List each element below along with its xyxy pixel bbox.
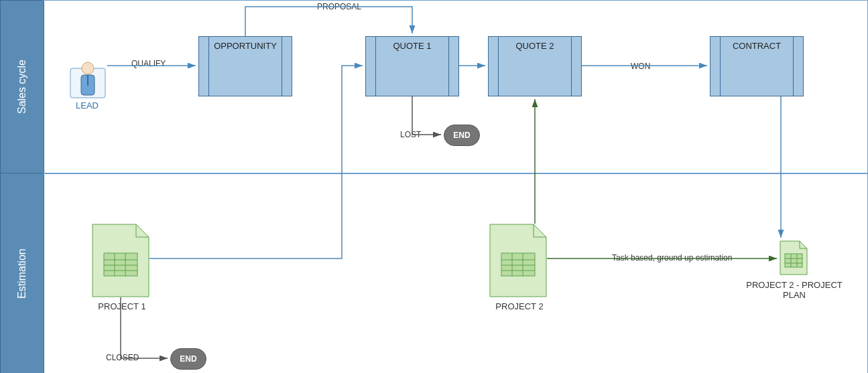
end-lost: END [444,125,480,146]
opportunity-box: OPPORTUNITY [198,36,292,96]
edge-taskbased: Task based, ground up estimation [610,253,734,263]
project2-label: PROJECT 2 [483,301,556,311]
project1-label: PROJECT 1 [85,301,159,311]
edge-proposal: PROPOSAL [315,2,363,11]
project2-plan-label: PROJECT 2 - PROJECT PLAN [734,280,855,300]
project2-plan-doc [780,240,808,278]
svg-point-1 [82,62,94,74]
project2-doc [489,224,547,300]
lead-icon [69,59,107,102]
end-closed: END [170,348,206,370]
edge-lost: LOST [398,130,423,139]
lane-header-sales: Sales cycle [0,0,44,174]
opportunity-label: OPPORTUNITY [214,41,277,51]
quote2-box: QUOTE 2 [488,36,582,96]
contract-label: CONTRACT [733,41,781,51]
quote2-label: QUOTE 2 [515,41,554,51]
svg-rect-4 [104,253,137,276]
quote1-box: QUOTE 1 [365,36,459,96]
lane-header-estimation: Estimation [0,173,44,373]
edge-qualify: QUALIFY [129,59,168,68]
edge-closed: CLOSED [104,353,141,362]
lead-label: LEAD [67,100,107,110]
svg-rect-10 [501,253,535,276]
quote1-label: QUOTE 1 [393,41,431,51]
lane-body-estimation [43,173,868,373]
contract-box: CONTRACT [710,36,804,96]
project1-doc [92,224,149,300]
edge-won: WON [629,62,652,71]
svg-rect-16 [785,254,802,267]
lane-divider [43,173,868,174]
